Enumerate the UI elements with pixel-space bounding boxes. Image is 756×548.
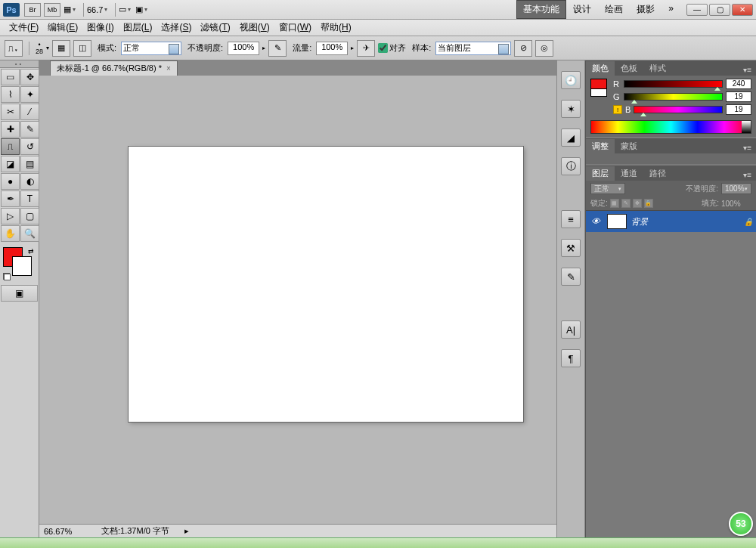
tab-layers[interactable]: 图层 — [586, 166, 615, 181]
layer-row-background[interactable]: 👁 背景 🔒 — [586, 211, 756, 232]
pen-tool[interactable]: ✒ — [1, 190, 20, 207]
extras-dropdown[interactable]: ▣ — [135, 5, 147, 14]
tablet-size-icon[interactable]: ◎ — [535, 40, 553, 57]
brush-settings-icon[interactable]: ◫ — [73, 40, 91, 57]
g-input[interactable]: 19 — [726, 91, 751, 102]
layer-fill-input[interactable]: 100% — [721, 200, 751, 208]
gradient-tool[interactable]: ▤ — [20, 156, 39, 172]
brush-tool[interactable]: ✎ — [20, 121, 39, 138]
hand-tool[interactable]: ✋ — [1, 225, 20, 242]
status-zoom[interactable]: 66.67% — [44, 527, 86, 536]
lock-position-icon[interactable]: ✥ — [633, 199, 642, 208]
airbrush-icon[interactable]: ✈ — [357, 40, 375, 57]
layers-panel-menu-icon[interactable]: ▾≡ — [739, 169, 756, 181]
clone-stamp-tool[interactable]: ⎍ — [1, 138, 20, 155]
dodge-tool[interactable]: ◐ — [20, 173, 39, 190]
layer-blend-mode-select[interactable]: 正常 — [590, 183, 625, 194]
ignore-adjust-icon[interactable]: ⊘ — [514, 40, 532, 57]
workspace-tab-photography[interactable]: 摄影 — [630, 0, 662, 19]
zoom-level-dropdown[interactable]: 66.7 — [87, 5, 107, 14]
b-slider[interactable] — [634, 106, 723, 113]
gamut-warning-icon[interactable]: ! — [613, 105, 622, 114]
color-panel-menu-icon[interactable]: ▾≡ — [739, 64, 756, 76]
history-panel-icon[interactable]: 🕘 — [561, 71, 581, 89]
menu-help[interactable]: 帮助(H) — [316, 20, 356, 36]
shape-tool[interactable]: ▢ — [20, 208, 39, 224]
canvas[interactable] — [129, 147, 523, 422]
layer-thumbnail[interactable] — [607, 214, 627, 229]
screen-mode-dropdown[interactable]: ▭ — [119, 5, 131, 14]
workspace-tab-design[interactable]: 设计 — [566, 0, 598, 19]
tab-swatches[interactable]: 色板 — [615, 61, 643, 76]
tools-handle[interactable] — [0, 60, 39, 68]
maximize-button[interactable]: ▢ — [709, 4, 730, 16]
eraser-tool[interactable]: ◪ — [1, 156, 20, 172]
canvas-viewport[interactable] — [39, 76, 556, 524]
swap-colors-icon[interactable]: ⇄ — [28, 247, 34, 255]
actions-panel-icon[interactable]: ≡ — [561, 210, 581, 228]
quick-select-tool[interactable]: ✦ — [20, 86, 39, 103]
crop-tool[interactable]: ✂ — [1, 104, 20, 120]
workspace-more-button[interactable]: » — [662, 0, 680, 19]
menu-select[interactable]: 选择(S) — [156, 20, 196, 36]
spectrum-picker[interactable] — [590, 120, 751, 134]
menu-file[interactable]: 文件(F) — [5, 20, 43, 36]
menu-filter[interactable]: 滤镜(T) — [196, 20, 234, 36]
tablet-opacity-icon[interactable]: ✎ — [268, 40, 287, 57]
r-input[interactable]: 240 — [726, 79, 751, 89]
workspace-tab-painting[interactable]: 绘画 — [598, 0, 630, 19]
info-panel-icon[interactable]: ⓘ — [561, 157, 581, 175]
history-brush-tool[interactable]: ↺ — [20, 138, 39, 155]
paragraph-panel-icon[interactable]: ¶ — [561, 349, 581, 367]
menu-window[interactable]: 窗口(W) — [274, 20, 316, 36]
adjust-panel-menu-icon[interactable]: ▾≡ — [739, 142, 756, 153]
default-colors-icon[interactable] — [3, 273, 11, 280]
layer-name[interactable]: 背景 — [631, 216, 648, 228]
path-select-tool[interactable]: ▷ — [1, 208, 20, 224]
lock-pixels-icon[interactable]: ✎ — [621, 199, 631, 208]
color-preview[interactable] — [590, 79, 607, 117]
aligned-checkbox[interactable]: 对齐 — [378, 42, 406, 54]
eyedropper-tool[interactable]: ∕ — [20, 104, 39, 120]
blur-tool[interactable]: ● — [1, 173, 20, 190]
move-tool[interactable]: ✥ — [20, 69, 39, 85]
menu-layer[interactable]: 图层(L) — [119, 20, 157, 36]
lasso-tool[interactable]: ⌇ — [1, 86, 20, 103]
tab-color[interactable]: 颜色 — [586, 61, 615, 76]
sample-select[interactable]: 当前图层 — [435, 42, 511, 55]
r-slider[interactable] — [624, 80, 723, 88]
character-panel-icon[interactable]: A| — [561, 320, 581, 339]
bridge-button[interactable]: Br — [24, 3, 41, 17]
opacity-input[interactable]: 100% — [228, 42, 259, 55]
background-color[interactable] — [12, 256, 32, 276]
histogram-panel-icon[interactable]: ◢ — [561, 128, 581, 147]
menu-image[interactable]: 图像(I) — [82, 20, 118, 36]
document-tab[interactable]: 未标题-1 @ 66.7%(RGB/8) * × — [50, 60, 178, 76]
tab-adjustments[interactable]: 调整 — [586, 139, 615, 153]
tab-channels[interactable]: 通道 — [615, 166, 643, 181]
lock-transparency-icon[interactable]: ▦ — [610, 199, 619, 208]
standard-mode-icon[interactable]: ▣ — [1, 285, 38, 302]
g-slider[interactable] — [624, 93, 723, 101]
layer-visibility-icon[interactable]: 👁 — [589, 216, 603, 227]
tool-presets-panel-icon[interactable]: ⚒ — [561, 239, 581, 257]
lock-all-icon[interactable]: 🔒 — [644, 199, 653, 208]
notification-badge[interactable]: 53 — [729, 512, 753, 536]
layers-empty-area[interactable] — [586, 232, 756, 537]
zoom-tool[interactable]: 🔍 — [20, 225, 39, 242]
view-arrange-dropdown[interactable]: ▦ — [64, 5, 76, 14]
status-doc-info[interactable]: 文档:1.37M/0 字节 — [101, 525, 169, 537]
brushes-panel-icon[interactable]: ✎ — [561, 268, 581, 286]
flow-input[interactable]: 100% — [316, 42, 348, 55]
layer-opacity-input[interactable]: 100% — [721, 183, 751, 194]
brush-panel-toggle[interactable]: ▦ — [52, 40, 70, 57]
current-tool-icon[interactable]: ⎍▾ — [5, 40, 23, 57]
workspace-tab-essentials[interactable]: 基本功能 — [516, 0, 566, 19]
minibridge-button[interactable]: Mb — [44, 3, 60, 17]
menu-edit[interactable]: 编辑(E) — [43, 20, 82, 36]
marquee-tool[interactable]: ▭ — [1, 69, 20, 85]
minimize-button[interactable]: — — [686, 4, 708, 16]
close-document-icon[interactable]: × — [166, 64, 171, 73]
healing-tool[interactable]: ✚ — [1, 121, 20, 138]
tab-styles[interactable]: 样式 — [643, 61, 672, 76]
